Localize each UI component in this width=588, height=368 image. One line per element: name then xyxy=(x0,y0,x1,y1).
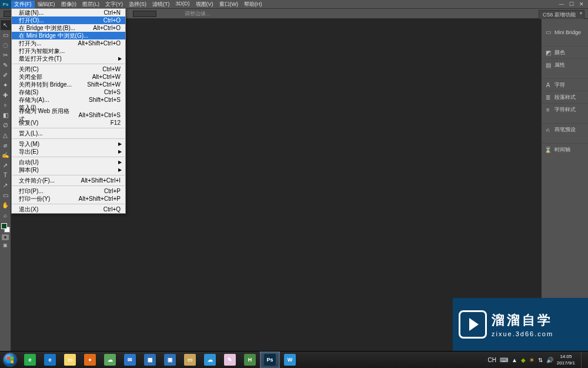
tool-16[interactable]: ↗ xyxy=(1,180,11,190)
show-desktop-button[interactable] xyxy=(581,352,586,369)
menu-item[interactable]: 导入(M)▶ xyxy=(12,140,125,148)
menu-窗口[interactable]: 窗口(W) xyxy=(216,1,242,8)
taskbar-wps[interactable]: W xyxy=(280,352,300,369)
menubar: Ps 文件(F)编辑(E)图像(I)图层(L)文字(Y)选择(S)滤镜(T)3D… xyxy=(0,0,588,8)
menu-item[interactable]: 新建(N)...Ctrl+N xyxy=(12,9,125,16)
panel-icon: A xyxy=(544,81,552,88)
menu-选择[interactable]: 选择(S) xyxy=(126,1,149,8)
menu-item[interactable]: 关闭全部Alt+Ctrl+W xyxy=(12,73,125,81)
tray-flag-icon[interactable]: ▲ xyxy=(512,357,517,363)
menu-item[interactable]: 关闭并转到 Bridge...Shift+Ctrl+W xyxy=(12,81,125,88)
tool-0[interactable]: ↖ xyxy=(1,20,11,30)
quickmask-icon[interactable] xyxy=(2,234,9,240)
menu-3d[interactable]: 3D(D) xyxy=(173,1,193,8)
menu-item[interactable]: 存储为 Web 所用格式...Alt+Shift+Ctrl+S xyxy=(12,111,125,119)
tolerance-field[interactable] xyxy=(133,11,156,17)
menu-item[interactable]: 关闭(C)Ctrl+W xyxy=(12,65,125,73)
tray-keyboard-icon[interactable]: ⌨ xyxy=(500,357,508,363)
menu-编辑[interactable]: 编辑(E) xyxy=(35,1,58,8)
taskbar-clock[interactable]: 14:052017/9/1 xyxy=(557,353,577,366)
tool-17[interactable]: ▭ xyxy=(1,190,11,200)
taskbar-media[interactable]: ▣ xyxy=(160,352,180,369)
menu-item[interactable]: 打印(P)...Ctrl+P xyxy=(12,187,125,195)
menu-item[interactable]: 存储(S)Ctrl+S xyxy=(12,88,125,96)
panel-Mini Bridge[interactable]: ▭Mini Bridge xyxy=(542,26,588,38)
watermark-url: zixue.3d66.com xyxy=(492,330,582,337)
screenmode-icon[interactable]: ▣ xyxy=(1,241,11,248)
tool-8[interactable]: ⎀ xyxy=(1,100,11,110)
taskbar-cloud[interactable]: ☁ xyxy=(200,352,220,369)
taskbar-ps[interactable]: Ps xyxy=(260,352,280,369)
menu-item[interactable]: 最近打开文件(T)▶ xyxy=(12,55,125,62)
tray-vol-icon[interactable]: 🔊 xyxy=(546,357,553,363)
taskbar-firefox[interactable]: ● xyxy=(80,352,100,369)
panel-段落样式[interactable]: ≣段落样式 xyxy=(542,91,588,103)
menu-item[interactable]: 打开为...Alt+Shift+Ctrl+O xyxy=(12,39,125,47)
taskbar-note[interactable]: ▭ xyxy=(180,352,200,369)
tool-4[interactable]: ✎ xyxy=(1,60,11,70)
menu-item[interactable]: 在 Mini Bridge 中浏览(G)... xyxy=(12,32,125,39)
tool-6[interactable]: ✦ xyxy=(1,80,11,90)
tool-7[interactable]: ✚ xyxy=(1,90,11,100)
taskbar-ie[interactable]: e xyxy=(40,352,60,369)
tool-11[interactable]: △ xyxy=(1,130,11,140)
menu-item[interactable]: 导出(E)▶ xyxy=(12,148,125,155)
taskbar-task[interactable]: ▦ xyxy=(140,352,160,369)
menu-item[interactable]: 置入(L)... xyxy=(12,130,125,137)
menu-item[interactable]: 在 Bridge 中浏览(B)...Alt+Ctrl+O xyxy=(12,24,125,32)
close-button[interactable]: ✕ xyxy=(579,1,584,7)
menu-滤镜[interactable]: 滤镜(T) xyxy=(149,1,173,8)
menu-item[interactable]: 自动(U)▶ xyxy=(12,158,125,166)
taskbar-browser-360[interactable]: e xyxy=(20,352,40,369)
menu-帮助[interactable]: 帮助(H) xyxy=(241,1,265,8)
tool-15[interactable]: T xyxy=(1,170,11,180)
menu-文字[interactable]: 文字(Y) xyxy=(102,1,126,8)
maximize-button[interactable]: ☐ xyxy=(569,1,574,7)
taskbar-chat[interactable]: ☁ xyxy=(100,352,120,369)
tray-net-icon[interactable]: ⇅ xyxy=(538,357,543,363)
tray-bubble-icon[interactable]: ☀ xyxy=(529,357,534,363)
taskbar-paint[interactable]: ✎ xyxy=(220,352,240,369)
tool-5[interactable]: ✐ xyxy=(1,70,11,80)
menu-图像[interactable]: 图像(I) xyxy=(58,1,80,8)
tool-14[interactable]: ➚ xyxy=(1,160,11,170)
tool-2[interactable]: ◌ xyxy=(1,40,11,50)
menu-item[interactable]: 退出(X)Ctrl+Q xyxy=(12,205,125,213)
menu-item[interactable]: 脚本(R)▶ xyxy=(12,166,125,174)
tool-19[interactable]: ⌕ xyxy=(1,210,11,220)
menu-图层[interactable]: 图层(L) xyxy=(79,1,102,8)
minimize-button[interactable]: — xyxy=(559,1,564,7)
panel-颜色[interactable]: ◩颜色 xyxy=(542,46,588,58)
tool-18[interactable]: ✋ xyxy=(1,200,11,210)
taskbar-ahk[interactable]: H xyxy=(240,352,260,369)
refine-edge-button[interactable]: 调整边缘... xyxy=(185,10,211,18)
tray-lang-icon[interactable]: CH xyxy=(488,357,496,363)
panel-时间轴[interactable]: ⌛时间轴 xyxy=(542,143,588,155)
play-icon xyxy=(459,310,487,339)
tool-9[interactable]: ◧ xyxy=(1,110,11,120)
panel-字符[interactable]: A字符 xyxy=(542,78,588,91)
panel-字符样式[interactable]: ≡字符样式 xyxy=(542,103,588,115)
tool-3[interactable]: ✂ xyxy=(1,50,11,60)
start-button[interactable] xyxy=(0,352,20,369)
tool-10[interactable]: ∅ xyxy=(1,120,11,130)
tool-13[interactable]: ✍ xyxy=(1,150,11,160)
menu-item[interactable]: 打印一份(Y)Alt+Shift+Ctrl+P xyxy=(12,195,125,203)
tool-12[interactable]: ⌀ xyxy=(1,140,11,150)
menu-item[interactable]: 打开为智能对象... xyxy=(12,47,125,55)
menu-item[interactable]: 存储为(A)...Shift+Ctrl+S xyxy=(12,96,125,104)
menu-item[interactable]: 打开(O)...Ctrl+O xyxy=(12,16,125,24)
menu-item[interactable]: 恢复(V)F12 xyxy=(12,119,125,127)
panel-icon: ▤ xyxy=(544,61,552,68)
taskbar-explorer[interactable]: ▭ xyxy=(60,352,80,369)
color-swatches[interactable] xyxy=(1,223,11,233)
panel-属性[interactable]: ▤属性 xyxy=(542,58,588,71)
panel-画笔预设[interactable]: ⎌画笔预设 xyxy=(542,123,588,135)
menu-视图[interactable]: 视图(V) xyxy=(193,1,216,8)
menu-item[interactable]: 文件简介(F)...Alt+Shift+Ctrl+I xyxy=(12,177,125,184)
panel-icon: ▭ xyxy=(544,29,552,36)
tray-shield-icon[interactable]: ◆ xyxy=(521,357,526,363)
taskbar-feige[interactable]: ✉ xyxy=(120,352,140,369)
tool-1[interactable]: ▭ xyxy=(1,30,11,40)
menu-文件[interactable]: 文件(F) xyxy=(11,1,35,8)
